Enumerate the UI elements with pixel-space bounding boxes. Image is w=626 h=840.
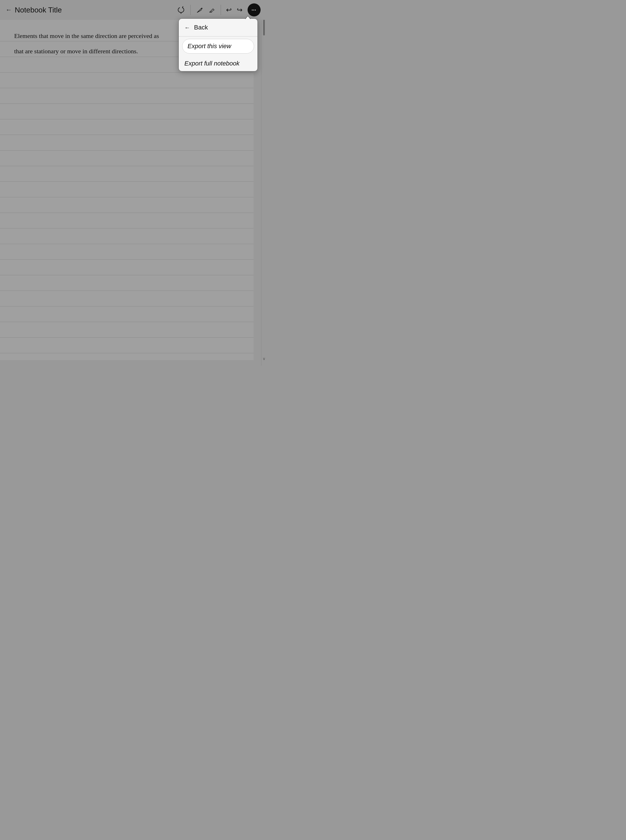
line-19 [0, 322, 254, 322]
dropdown-menu: ← Back Export this view Export full note… [178, 19, 258, 71]
dropdown-caret [245, 16, 251, 19]
line-9 [0, 166, 254, 166]
export-this-view-button[interactable]: Export this view [182, 39, 254, 53]
back-arrow-icon[interactable]: ← [6, 6, 12, 14]
divider-2 [221, 5, 221, 15]
header-left: ← Notebook Title [6, 6, 62, 14]
scroll-down-button[interactable]: ∨ [261, 354, 266, 363]
line-7 [0, 135, 254, 135]
line-14 [0, 244, 254, 244]
header-right: ↩ ↪ ••• [177, 3, 261, 16]
line-13 [0, 228, 254, 229]
line-10 [0, 181, 254, 182]
divider-1 [190, 5, 191, 15]
scrollbar-track: ∧ ∨ [261, 0, 266, 366]
dropdown-back-row[interactable]: ← Back [179, 19, 257, 36]
line-6 [0, 119, 254, 119]
line-17 [0, 290, 254, 291]
dropdown-back-label: Back [194, 24, 208, 31]
redo-icon[interactable]: ↪ [237, 6, 243, 14]
header: ← Notebook Title ↩ ↪ [0, 0, 266, 20]
dropdown-back-icon: ← [185, 24, 190, 31]
notebook-title: Notebook Title [15, 6, 62, 14]
line-8 [0, 150, 254, 151]
line-16 [0, 275, 254, 275]
more-options-button[interactable]: ••• [247, 3, 261, 16]
export-full-notebook-button[interactable]: Export full notebook [179, 56, 257, 71]
lasso-icon[interactable] [177, 6, 185, 14]
undo-icon[interactable]: ↩ [226, 6, 232, 14]
line-18 [0, 306, 254, 306]
line-15 [0, 259, 254, 260]
pen-icon[interactable] [196, 6, 203, 14]
eraser-icon[interactable] [208, 6, 216, 14]
line-5 [0, 104, 254, 104]
